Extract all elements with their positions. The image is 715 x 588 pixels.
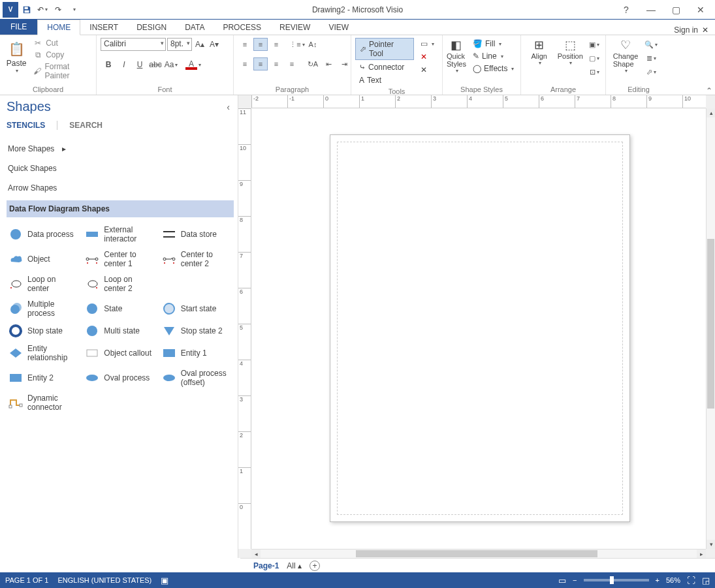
decrease-indent-button[interactable]: ⇤	[321, 57, 336, 70]
increase-indent-button[interactable]: ⇥	[337, 57, 351, 70]
scroll-down-icon[interactable]: ▾	[707, 540, 715, 549]
undo-icon[interactable]: ↶▾	[35, 3, 50, 17]
collapse-ribbon-icon[interactable]: ⌃	[706, 86, 712, 95]
align-top-center-button[interactable]: ≡	[253, 38, 268, 51]
page-indicator[interactable]: PAGE 1 OF 1	[5, 576, 48, 584]
line-button[interactable]: ✎Line▾	[469, 50, 518, 62]
pan-zoom-icon[interactable]: ◲	[702, 576, 710, 585]
align-right-button[interactable]: ≡	[269, 57, 283, 70]
fill-button[interactable]: 🪣Fill▾	[469, 38, 518, 50]
tab-data[interactable]: DATA	[176, 20, 214, 35]
add-page-button[interactable]: +	[310, 561, 320, 571]
shape-data-process[interactable]: Data process	[7, 224, 80, 245]
shape-stop-state-2[interactable]: Stop state 2	[160, 323, 234, 339]
close-icon[interactable]: ✕	[691, 3, 710, 16]
v-scroll-thumb[interactable]	[707, 239, 714, 409]
qat-customize-icon[interactable]: ▾	[67, 3, 81, 17]
tab-process[interactable]: PROCESS	[214, 20, 270, 35]
shape-external-interactor[interactable]: External interactor	[83, 224, 157, 245]
tab-design[interactable]: DESIGN	[127, 20, 176, 35]
shape-multi-state[interactable]: Multi state	[83, 323, 157, 339]
drawing-canvas[interactable]	[251, 108, 706, 549]
align-center-button[interactable]: ≡	[253, 57, 268, 70]
app-icon[interactable]: V	[3, 2, 18, 18]
shrink-font-button[interactable]: A▾	[208, 38, 221, 51]
shape-data-store[interactable]: Data store	[160, 224, 234, 245]
shape-dynamic-connector[interactable]: Dynamic connector	[7, 392, 80, 413]
dfd-shapes-item[interactable]: Data Flow Diagram Shapes	[7, 200, 234, 217]
rotate-text-button[interactable]: ↻A	[306, 57, 320, 70]
h-scroll-thumb[interactable]	[356, 550, 597, 557]
italic-button[interactable]: I	[116, 57, 132, 72]
minimize-icon[interactable]: ―	[642, 3, 660, 16]
rectangle-tool-button[interactable]: ▭▾	[417, 38, 438, 50]
font-size-combo[interactable]: 8pt.	[167, 38, 192, 51]
tab-home[interactable]: HOME	[37, 20, 80, 35]
collapse-shapes-icon[interactable]: ‹	[227, 102, 230, 112]
layers-button[interactable]: ≣▾	[644, 52, 658, 65]
shape-oval-process-offset-[interactable]: Oval process (offset)	[160, 367, 234, 388]
delete-tool-button[interactable]: ✕	[417, 51, 438, 63]
zoom-thumb[interactable]	[610, 576, 614, 584]
zoom-level[interactable]: 56%	[666, 576, 680, 584]
align-left-button[interactable]: ≡	[238, 57, 252, 70]
shape-stop-state[interactable]: Stop state	[7, 323, 80, 339]
page-1-tab[interactable]: Page-1	[253, 561, 279, 570]
vertical-scrollbar[interactable]: ▴ ▾	[706, 108, 715, 549]
pointer-tool-button[interactable]: ⬀Pointer Tool	[355, 38, 414, 60]
format-painter-button[interactable]: 🖌Format Painter	[31, 61, 92, 81]
tab-review[interactable]: REVIEW	[270, 20, 319, 35]
zoom-slider[interactable]	[584, 579, 649, 581]
zoom-in-icon[interactable]: +	[656, 576, 659, 584]
bold-button[interactable]: B	[101, 57, 116, 72]
scroll-left-icon[interactable]: ◂	[251, 549, 261, 559]
shape-start-state[interactable]: Start state	[160, 298, 234, 319]
close-signin-icon[interactable]: ✕	[702, 25, 708, 35]
text-direction-button[interactable]: A↕	[306, 38, 320, 51]
fit-page-icon[interactable]: ⛶	[687, 576, 695, 585]
find-button[interactable]: 🔍▾	[644, 38, 658, 51]
bullets-button[interactable]: ⋮≡▾	[290, 38, 304, 51]
cut-button[interactable]: ✂Cut	[31, 38, 92, 48]
shape-oval-process[interactable]: Oval process	[83, 367, 157, 388]
tab-file[interactable]: FILE	[0, 19, 37, 35]
shape-loop-on-center-2[interactable]: Loop on center 2	[83, 273, 157, 294]
more-shapes-item[interactable]: More Shapes ▸	[7, 142, 234, 156]
presentation-mode-icon[interactable]: ▭	[558, 576, 566, 585]
help-icon[interactable]: ?	[617, 3, 635, 16]
tab-view[interactable]: VIEW	[319, 20, 358, 35]
redo-icon[interactable]: ↷	[51, 3, 65, 17]
scroll-up-icon[interactable]: ▴	[707, 108, 715, 117]
zoom-out-icon[interactable]: −	[573, 576, 577, 584]
grow-font-button[interactable]: A▴	[193, 38, 206, 51]
strikethrough-button[interactable]: abc	[148, 57, 163, 72]
shape-multiple-process[interactable]: Multiple process	[7, 298, 80, 319]
position-button[interactable]: ⬚Position▾	[556, 38, 585, 66]
copy-button[interactable]: ⧉Copy	[31, 50, 92, 60]
font-color-button[interactable]: A▾	[185, 57, 201, 72]
scroll-right-icon[interactable]: ▸	[697, 549, 706, 559]
shape-center-to-center-2[interactable]: Center to center 2	[160, 249, 234, 270]
font-name-combo[interactable]: Calibri	[101, 38, 166, 51]
shape-center-to-center-1[interactable]: Center to center 1	[83, 249, 157, 270]
select-button[interactable]: ⬀▾	[644, 65, 658, 78]
align-top-left-button[interactable]: ≡	[238, 38, 252, 51]
shape-object-callout[interactable]: Object callout	[83, 343, 157, 364]
connection-point-tool-button[interactable]: ✕	[417, 64, 438, 76]
shape-object[interactable]: Object	[7, 249, 80, 270]
paste-button[interactable]: 📋 Paste ▾	[4, 38, 29, 75]
sign-in[interactable]: Sign in ✕	[674, 25, 715, 35]
change-shape-button[interactable]: ♡ChangeShape▾	[610, 38, 641, 74]
shape-state[interactable]: State	[83, 298, 157, 319]
bring-front-button[interactable]: ▣▾	[587, 38, 601, 51]
align-top-right-button[interactable]: ≡	[269, 38, 283, 51]
effects-button[interactable]: ◯Effects▾	[469, 63, 518, 74]
language-indicator[interactable]: ENGLISH (UNITED STATES)	[57, 576, 151, 584]
underline-button[interactable]: U	[132, 57, 148, 72]
horizontal-scrollbar[interactable]: ◂ ▸	[251, 549, 706, 558]
group-button[interactable]: ⊡▾	[587, 65, 601, 78]
shape-loop-on-center[interactable]: Loop on center	[7, 273, 80, 294]
text-tool-button[interactable]: AText	[355, 74, 414, 86]
send-back-button[interactable]: ▢▾	[587, 52, 601, 65]
stencils-tab[interactable]: STENCILS	[7, 121, 45, 130]
